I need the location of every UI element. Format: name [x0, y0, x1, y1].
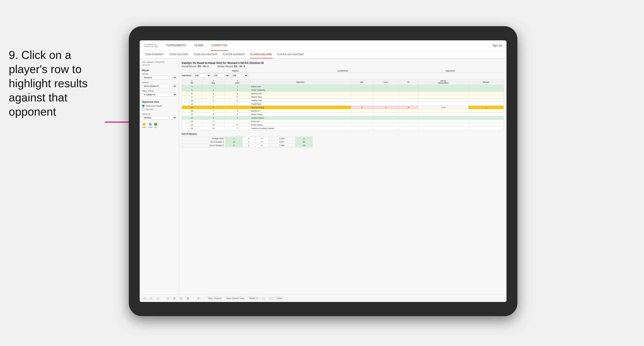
cell-opponent: Alexis Sudjianto: [250, 88, 351, 92]
sign-out-button[interactable]: Sign out: [492, 44, 502, 47]
th-win: Win: [351, 79, 373, 85]
conference-filter-select[interactable]: (All): [212, 73, 230, 77]
nav-teams[interactable]: TEAMS: [194, 40, 204, 51]
nav-tournaments[interactable]: TOURNAMENTS: [165, 40, 187, 51]
undo-button[interactable]: ↩: [142, 297, 147, 300]
player-rank-select[interactable]: 8. Katelyn Vo: [142, 93, 176, 97]
cell-diff: [418, 127, 468, 130]
watch-button[interactable]: Watch ▼: [248, 297, 260, 300]
table-body: 3 1 Esther Lee 5 2 2 Alexis Sudjianto 6 …: [182, 85, 504, 130]
radio-opponents-played[interactable]: Opponents Played: [142, 104, 176, 107]
cell-conf: 5: [225, 113, 250, 116]
ood-rounds: 2: [296, 137, 312, 140]
cut-button[interactable]: ✂: [166, 297, 170, 300]
records-row: Overall Record: 353 - 34 - 6 Division Re…: [182, 65, 504, 68]
step-number: 9.: [9, 49, 18, 61]
ood-win: 15: [226, 140, 242, 144]
cell-loss: [373, 88, 399, 92]
ood-row[interactable]: Foreign Team 1 0 0 4.500 2: [182, 137, 312, 140]
out-of-division-body: Foreign Team 1 0 0 4.500 2 NAIA Division…: [182, 137, 312, 147]
share-button[interactable]: Share: [275, 297, 284, 300]
th-rounds: Rounds: [468, 79, 504, 85]
refresh-button[interactable]: ↺: [196, 297, 201, 300]
nav-committee[interactable]: COMMITTEE: [211, 40, 228, 51]
cell-reg: 6: [202, 99, 225, 102]
cell-rounds: [468, 99, 504, 102]
save-custom-button[interactable]: Save Custom View: [225, 297, 246, 300]
cell-div: 16: [182, 116, 202, 120]
colour-by: Colour by Win/loss Down Level: [142, 113, 176, 128]
ood-rounds: 10: [296, 144, 312, 147]
ood-row[interactable]: NCAA Division 2 5 0 0 7.400 10: [182, 144, 312, 147]
cell-reg: 9: [202, 116, 225, 120]
cell-diff: -3.00: [418, 106, 468, 109]
table-row[interactable]: 12 Haejo Hyun: [182, 102, 504, 106]
chain-button[interactable]: ⛓: [185, 297, 190, 300]
cell-reg: 1: [202, 95, 225, 99]
cell-opponent: Sydney Kuo: [250, 92, 351, 95]
resize-button[interactable]: ⤢: [261, 297, 266, 300]
opponent-view: Opponent view Opponents Played Top 100: [142, 101, 176, 111]
opponent-filter-select[interactable]: (All): [231, 73, 248, 77]
ood-loss: 0: [242, 144, 255, 147]
table-row[interactable]: 10 6 3 Andrea York: [182, 99, 504, 102]
colour-by-select[interactable]: Win/loss: [142, 116, 176, 120]
cell-win: [351, 113, 373, 116]
table-row[interactable]: 15 8 5 Stella Chang: [182, 113, 504, 116]
ood-loss: 0: [242, 140, 255, 144]
cell-rounds: [468, 127, 504, 130]
cell-div: 19: [182, 123, 202, 127]
division-select[interactable]: NCAA Division III: [142, 84, 176, 88]
cell-loss: [373, 123, 399, 127]
table-row[interactable]: 5 2 2 Alexis Sudjianto: [182, 88, 504, 92]
paste-button[interactable]: ⬡: [178, 297, 184, 300]
cell-opponent: Euna Lee: [250, 120, 351, 123]
table-wrapper: #Div #Reg #Conf Opponent Win Loss Tie Di…: [182, 79, 504, 130]
copy-button[interactable]: ⧉: [172, 297, 177, 300]
fullscreen-button[interactable]: ⛶: [268, 297, 273, 300]
cell-reg: 1: [202, 106, 225, 109]
subnav-player-h2h-heatmap[interactable]: PLAYER H2H HEATMAP: [277, 51, 304, 58]
cell-opponent: Andrea York: [250, 99, 351, 102]
table-row[interactable]: 20 11 7 Federica Domecq Lacroze: [182, 127, 504, 130]
subnav-team-h2h-grid[interactable]: TEAM H2H GRID: [169, 51, 188, 58]
table-row[interactable]: 3 1 Esther Lee: [182, 85, 504, 88]
cell-rounds: [468, 92, 504, 95]
cell-rounds: [468, 123, 504, 127]
table-row[interactable]: 16 9 1 Jessica Mason: [182, 116, 504, 120]
ood-row[interactable]: NAIA Division 1 15 0 0 9.267 30: [182, 140, 312, 144]
table-row[interactable]: 6 1 3 Sydney Kuo: [182, 92, 504, 95]
subnav-player-summary[interactable]: PLAYER SUMMARY: [222, 51, 246, 58]
cell-conf: 7: [225, 127, 250, 130]
cell-win: [351, 85, 373, 88]
table-row[interactable]: 19 10 6 Emily Chang: [182, 123, 504, 127]
subnav-team-summary[interactable]: TEAM SUMMARY: [144, 51, 164, 58]
redo-button[interactable]: ↪: [149, 297, 154, 300]
cell-opponent: Esther Lee: [250, 85, 351, 88]
redo2-button[interactable]: ⤿: [156, 297, 160, 300]
table-row[interactable]: 9 1 4 Sharon Mun: [182, 95, 504, 99]
gender-select[interactable]: Women's: [142, 76, 176, 80]
cell-tie: [399, 116, 418, 120]
table-row[interactable]: 14 7 4 Eunice Yi: [182, 109, 504, 113]
cell-diff: [418, 92, 468, 95]
subnav-player-h2h-grid[interactable]: PLAYER H2H GRID: [250, 51, 272, 58]
region-filter-select[interactable]: (All): [193, 73, 211, 77]
legend-up-dot: [154, 123, 157, 126]
cell-opponent: Jessica Mason: [250, 116, 351, 120]
cell-diff: [418, 102, 468, 106]
ood-tie: 0: [256, 137, 268, 140]
subnav-team-h2h-heatmap[interactable]: TEAM H2H HEATMAP: [193, 51, 218, 58]
cell-diff: [418, 109, 468, 113]
cell-reg: 10: [202, 123, 225, 127]
legend-down-dot: [142, 123, 146, 126]
radio-top100[interactable]: Top 100: [142, 108, 176, 111]
ood-label: NCAA Division 2: [182, 144, 226, 147]
top-nav: SCOREBOARD Powered by clippd TOURNAMENTS…: [140, 40, 506, 51]
legend: Down Level Up: [142, 123, 176, 128]
view-original-button[interactable]: View: Original: [206, 297, 223, 300]
table-row[interactable]: 18 2 Euna Lee: [182, 120, 504, 123]
toolbar-divider-2: [193, 296, 194, 301]
table-row[interactable]: 13 1 Jessica Huang 0 1 0 -3.00 2: [182, 106, 504, 109]
cell-opponent: Emily Chang: [250, 123, 351, 127]
